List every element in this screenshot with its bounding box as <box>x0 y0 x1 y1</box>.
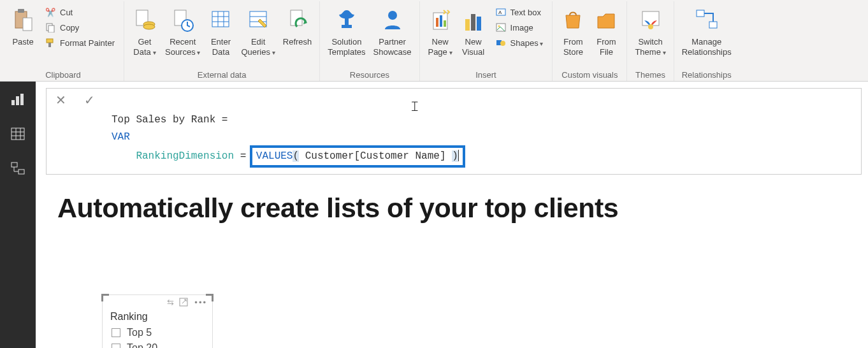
svg-rect-29 <box>471 14 475 31</box>
enter-data-button[interactable]: Enter Data <box>204 4 237 58</box>
slicer-item[interactable]: Top 5 <box>103 325 212 340</box>
group-external-label: External data <box>128 68 315 81</box>
slicer-header: ⇆ ••• <box>103 295 212 311</box>
slicer-title: Ranking <box>103 311 212 325</box>
new-page-button[interactable]: New Page <box>424 4 457 58</box>
formula-equals: = <box>240 150 247 162</box>
formula-line1: Top Sales by Rank = <box>112 114 228 126</box>
formula-highlight: VALUES( Customer[Customer Name] ) <box>250 145 465 167</box>
checkbox-icon[interactable] <box>112 328 120 337</box>
solution-templates-button[interactable]: Solution Templates <box>324 4 369 58</box>
formula-editor[interactable]: Top Sales by Rank = VAR RankingDimension… <box>104 89 861 174</box>
text-box-button[interactable]: A Text box <box>493 5 546 19</box>
report-view-button[interactable] <box>5 88 31 111</box>
edit-queries-label: Edit Queries <box>241 37 275 57</box>
new-page-label: New Page <box>428 37 452 57</box>
svg-rect-1 <box>18 9 24 13</box>
svg-rect-27 <box>444 20 446 27</box>
slicer-item-label: Top 20 <box>127 342 157 348</box>
new-visual-icon <box>463 5 484 36</box>
format-painter-label: Format Painter <box>60 38 115 48</box>
recent-sources-button[interactable]: Recent Sources <box>161 4 204 58</box>
shapes-icon <box>495 37 507 48</box>
manage-relationships-label: Manage Relationships <box>682 37 732 57</box>
svg-rect-50 <box>18 170 24 174</box>
svg-rect-39 <box>697 10 704 17</box>
svg-rect-37 <box>642 11 659 25</box>
slicer-item-label: Top 5 <box>127 327 152 338</box>
svg-point-34 <box>498 25 500 27</box>
resize-handle-tr[interactable] <box>206 294 213 301</box>
get-data-button[interactable]: Get Data <box>128 4 161 58</box>
from-store-label: From Store <box>563 37 583 57</box>
switch-theme-icon <box>640 5 662 36</box>
from-file-button[interactable]: From File <box>590 4 623 58</box>
image-label: Image <box>510 23 533 33</box>
svg-rect-6 <box>48 43 51 47</box>
svg-rect-5 <box>47 39 53 43</box>
cut-button[interactable]: ✂️ Cut <box>42 5 117 19</box>
group-insert-label: Insert <box>424 68 549 81</box>
switch-theme-button[interactable]: Switch Theme <box>631 4 669 58</box>
new-visual-label: New Visual <box>462 37 484 57</box>
view-switcher <box>0 82 36 348</box>
format-painter-button[interactable]: Format Painter <box>42 36 117 50</box>
svg-rect-40 <box>709 22 717 28</box>
text-cursor <box>458 150 459 161</box>
slicer-drag-icon[interactable]: ⇆ <box>167 298 173 308</box>
svg-rect-44 <box>11 128 24 140</box>
solution-templates-label: Solution Templates <box>328 37 365 57</box>
image-button[interactable]: Image <box>493 20 546 34</box>
copy-icon <box>45 22 56 33</box>
new-visual-button[interactable]: New Visual <box>457 4 490 58</box>
copy-button[interactable]: Copy <box>42 20 117 34</box>
svg-rect-41 <box>11 100 15 105</box>
paste-button[interactable]: Paste <box>6 4 40 48</box>
formula-cancel-button[interactable]: ✕ <box>47 89 75 112</box>
shapes-button[interactable]: Shapes <box>493 36 546 50</box>
resize-handle-tl[interactable] <box>101 294 109 301</box>
svg-rect-42 <box>16 96 19 105</box>
ranking-slicer[interactable]: ⇆ ••• Ranking Top 5 Top 20 Top 50 Top 20… <box>102 294 213 348</box>
formula-arg: Customer[Customer Name] <box>299 150 452 162</box>
recent-sources-icon <box>172 5 194 36</box>
formula-close-paren: ) <box>452 150 458 162</box>
paste-label: Paste <box>12 37 33 47</box>
group-custom-visuals-label: Custom visuals <box>556 68 623 81</box>
svg-point-38 <box>648 24 653 29</box>
data-view-button[interactable] <box>5 122 31 145</box>
paste-icon <box>11 5 34 36</box>
partner-showcase-label: Partner Showcase <box>373 37 412 57</box>
from-store-button[interactable]: From Store <box>556 4 590 58</box>
group-insert: New Page New Visual A Text box <box>420 1 553 81</box>
group-relationships-label: Relationships <box>678 68 735 81</box>
cut-label: Cut <box>60 8 73 17</box>
edit-queries-button[interactable]: Edit Queries <box>237 4 278 58</box>
partner-showcase-button[interactable]: Partner Showcase <box>370 4 416 58</box>
ribbon-toolbar: Paste ✂️ Cut Copy Format Painte <box>0 0 868 82</box>
group-resources: Solution Templates Partner Showcase Reso… <box>320 1 419 81</box>
formula-bar: ✕ ✓ Top Sales by Rank = VAR RankingDimen… <box>46 88 862 175</box>
new-page-icon <box>430 5 451 36</box>
manage-relationships-button[interactable]: Manage Relationships <box>678 4 735 58</box>
svg-text:A: A <box>498 10 502 15</box>
refresh-button[interactable]: Refresh <box>279 4 316 48</box>
svg-rect-28 <box>465 19 470 31</box>
from-store-icon <box>562 5 584 36</box>
svg-point-23 <box>388 11 397 20</box>
shapes-label: Shapes <box>510 38 544 48</box>
formula-var-name: RankingDimension <box>136 150 234 162</box>
formula-open-paren: ( <box>293 150 299 162</box>
slicer-focus-icon[interactable] <box>179 298 188 308</box>
cut-icon: ✂️ <box>45 6 56 18</box>
copy-label: Copy <box>60 23 79 33</box>
formula-commit-button[interactable]: ✓ <box>75 89 103 112</box>
switch-theme-label: Switch Theme <box>635 37 665 57</box>
checkbox-icon[interactable] <box>112 344 120 348</box>
edit-queries-icon <box>247 5 269 36</box>
workspace: ✕ ✓ Top Sales by Rank = VAR RankingDimen… <box>0 82 868 348</box>
slicer-item[interactable]: Top 20 <box>103 340 212 348</box>
svg-rect-30 <box>477 17 481 31</box>
from-file-icon <box>595 5 617 36</box>
model-view-button[interactable] <box>5 157 31 180</box>
